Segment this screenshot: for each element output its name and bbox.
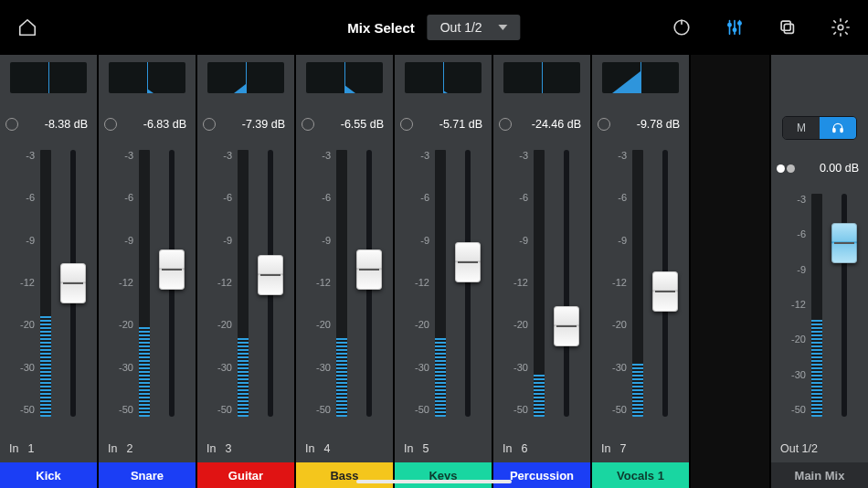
channel-strip: -9.78 dB-3-6-9-12-20-30-50In7Vocals 1 <box>592 55 689 488</box>
gain-readout: -6.83 dB <box>143 118 186 131</box>
scale-tick: -6 <box>599 192 627 203</box>
channel-strip: -24.46 dB-3-6-9-12-20-30-50In6Percussion <box>493 55 590 488</box>
level-meter <box>139 144 150 433</box>
pan-control[interactable] <box>10 62 87 93</box>
channel-name[interactable]: Snare <box>99 462 196 488</box>
mute-button[interactable]: M <box>783 117 820 139</box>
level-meter <box>811 188 822 433</box>
level-meter <box>238 144 249 433</box>
fader-cap[interactable] <box>60 263 86 303</box>
copy-icon[interactable] <box>775 15 800 40</box>
scale-tick: -50 <box>402 404 429 415</box>
scale-tick: -20 <box>106 319 133 330</box>
input-label: In6 <box>493 435 590 462</box>
fader[interactable] <box>550 150 583 417</box>
pan-control[interactable] <box>109 62 185 93</box>
channel-strip: -8.38 dB-3-6-9-12-20-30-50In1Kick <box>0 55 97 488</box>
solo-indicator[interactable] <box>203 118 216 131</box>
output-name[interactable]: Main Mix <box>771 462 868 488</box>
pan-control[interactable] <box>405 62 482 93</box>
solo-indicator[interactable] <box>598 118 610 131</box>
scale-tick: -6 <box>402 192 429 203</box>
solo-indicator[interactable] <box>400 118 413 131</box>
channel-strip: -5.71 dB-3-6-9-12-20-30-50In5Keys <box>395 55 492 488</box>
output-label: Out 1/2 <box>771 435 868 462</box>
fader-cap[interactable] <box>159 249 185 290</box>
solo-indicator[interactable] <box>104 118 117 131</box>
input-label: In2 <box>99 435 196 462</box>
fader-cap[interactable] <box>554 306 579 346</box>
channel-strip: -6.55 dB-3-6-9-12-20-30-50In4Bass <box>296 55 393 488</box>
scale-tick: -3 <box>106 150 133 161</box>
fader-cap[interactable] <box>831 223 857 263</box>
scale-tick: -12 <box>303 277 331 288</box>
scale-tick: -9 <box>778 264 806 275</box>
fader[interactable] <box>254 150 287 417</box>
scale-tick: -6 <box>778 228 806 239</box>
scale-tick: -9 <box>106 235 133 246</box>
gain-readout: -24.46 dB <box>532 118 581 131</box>
knob-icon[interactable] <box>669 15 694 40</box>
chevron-down-icon <box>499 25 508 30</box>
solo-indicator[interactable] <box>499 118 512 131</box>
pan-control[interactable] <box>503 62 580 93</box>
level-meter <box>435 144 446 433</box>
scale-tick: -9 <box>303 235 331 246</box>
svg-point-2 <box>733 28 736 31</box>
home-indicator <box>356 480 512 483</box>
pan-control[interactable] <box>207 62 284 93</box>
gear-icon[interactable] <box>828 15 853 40</box>
stereo-link-indicator[interactable] <box>777 164 795 173</box>
channel-strip: -6.83 dB-3-6-9-12-20-30-50In2Snare <box>99 55 196 488</box>
home-button[interactable] <box>15 15 40 40</box>
mix-select-label: Mix Select <box>347 20 414 36</box>
scale-tick: -50 <box>599 404 627 415</box>
channel-name[interactable]: Guitar <box>197 462 294 488</box>
fader-cap[interactable] <box>455 242 481 282</box>
fader[interactable] <box>649 150 682 417</box>
level-meter <box>632 144 643 433</box>
gain-readout: -8.38 dB <box>45 118 88 131</box>
scale-tick: -6 <box>501 192 528 203</box>
scale-tick: -3 <box>303 150 331 161</box>
scale-tick: -12 <box>599 277 627 288</box>
scale-tick: -30 <box>402 362 429 373</box>
scale-tick: -30 <box>778 369 806 380</box>
channel-name[interactable]: Keys <box>395 462 492 488</box>
scale-tick: -9 <box>7 235 35 246</box>
mixer-icon[interactable] <box>722 15 747 40</box>
svg-rect-7 <box>833 129 835 133</box>
gain-readout: -7.39 dB <box>242 118 285 131</box>
monitor-button[interactable] <box>820 117 856 139</box>
gain-readout: -9.78 dB <box>637 118 680 131</box>
scale-tick: -9 <box>501 235 528 246</box>
svg-rect-8 <box>841 129 842 133</box>
scale-tick: -20 <box>205 319 232 330</box>
gain-readout: 0.00 dB <box>820 162 859 175</box>
scale-tick: -30 <box>501 362 528 373</box>
fader-cap[interactable] <box>258 255 283 295</box>
fader[interactable] <box>155 150 188 417</box>
fader[interactable] <box>353 150 386 417</box>
fader[interactable] <box>57 150 90 417</box>
fader[interactable] <box>828 194 861 417</box>
scale-tick: -50 <box>7 404 35 415</box>
solo-indicator[interactable] <box>302 118 314 131</box>
scale-tick: -12 <box>501 277 528 288</box>
scale-tick: -30 <box>599 362 627 373</box>
channel-name[interactable]: Vocals 1 <box>592 462 689 488</box>
fader-cap[interactable] <box>356 249 382 290</box>
input-label: In1 <box>0 435 97 462</box>
svg-point-6 <box>838 25 843 30</box>
channel-name[interactable]: Percussion <box>493 462 590 488</box>
pan-control[interactable] <box>306 62 383 93</box>
pan-control[interactable] <box>602 62 679 93</box>
fader[interactable] <box>451 150 484 417</box>
solo-indicator[interactable] <box>5 118 18 131</box>
fader-cap[interactable] <box>652 271 678 312</box>
mix-select-dropdown[interactable]: Out 1/2 <box>428 15 521 40</box>
channel-name[interactable]: Bass <box>296 462 393 488</box>
channel-name[interactable]: Kick <box>0 462 97 488</box>
scale-tick: -50 <box>303 404 331 415</box>
input-label: In7 <box>592 435 689 462</box>
